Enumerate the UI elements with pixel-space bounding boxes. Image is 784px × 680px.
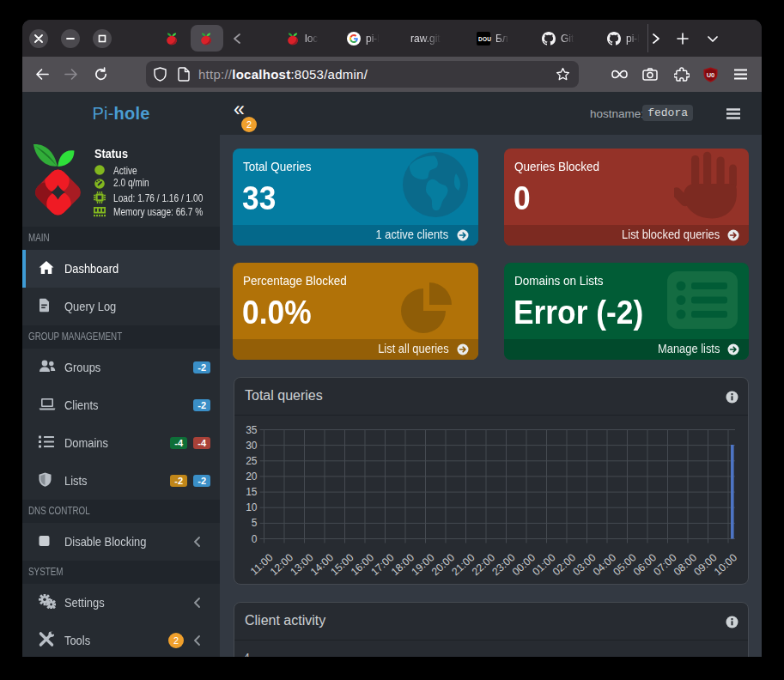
svg-text:35: 35 <box>246 424 258 436</box>
svg-text:10:00: 10:00 <box>712 551 739 578</box>
svg-text:10: 10 <box>246 501 258 513</box>
svg-text:15: 15 <box>246 486 258 498</box>
svg-text:U0: U0 <box>707 71 715 79</box>
svg-text:25: 25 <box>246 455 258 467</box>
svg-text:5: 5 <box>252 517 258 529</box>
svg-text:20: 20 <box>246 471 258 483</box>
svg-text:30: 30 <box>246 440 258 452</box>
svg-text:0: 0 <box>252 533 258 545</box>
